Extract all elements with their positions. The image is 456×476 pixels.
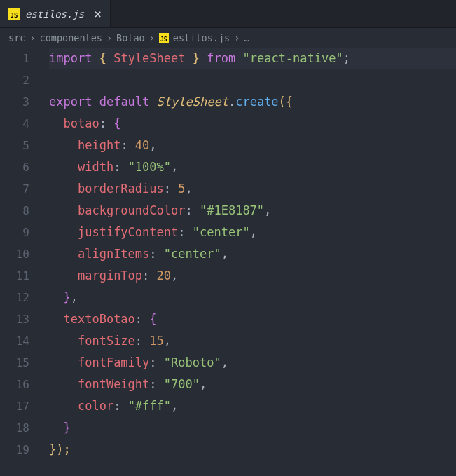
- line-number: 18: [0, 417, 29, 439]
- line-number: 1: [0, 48, 29, 69]
- code-line[interactable]: import { StyleSheet } from "react-native…: [49, 48, 456, 69]
- line-number: 17: [0, 395, 29, 417]
- breadcrumb-item[interactable]: src: [8, 32, 25, 43]
- code-line[interactable]: fontSize: 15,: [49, 330, 456, 352]
- tab-estilos-js[interactable]: JS estilos.js ×: [0, 0, 111, 27]
- chevron-right-icon: ›: [149, 32, 155, 43]
- chevron-right-icon: ›: [106, 32, 112, 43]
- code-line[interactable]: fontFamily: "Roboto",: [49, 352, 456, 374]
- code-line[interactable]: textoBotao: {: [49, 308, 456, 330]
- chevron-right-icon: ›: [29, 32, 35, 43]
- code-line[interactable]: color: "#fff",: [49, 395, 456, 417]
- line-number: 9: [0, 222, 29, 243]
- line-number: 10: [0, 243, 29, 265]
- breadcrumb-item[interactable]: Botao: [116, 32, 145, 43]
- code-line[interactable]: }: [49, 417, 456, 439]
- code-line[interactable]: borderRadius: 5,: [49, 178, 456, 200]
- code-line[interactable]: alignItems: "center",: [49, 243, 456, 265]
- line-number: 16: [0, 374, 29, 395]
- code-line[interactable]: height: 40,: [49, 135, 456, 156]
- line-number: 19: [0, 439, 29, 461]
- line-number-gutter: 1 2 3 4 5 6 7 8 9 10 11 12 13 14 15 16 1…: [0, 48, 49, 461]
- line-number: 15: [0, 352, 29, 374]
- line-number: 2: [0, 69, 29, 91]
- code-line[interactable]: botao: {: [49, 113, 456, 135]
- line-number: 11: [0, 265, 29, 287]
- line-number: 4: [0, 113, 29, 135]
- code-line[interactable]: export default StyleSheet.create({: [49, 91, 456, 113]
- line-number: 12: [0, 287, 29, 308]
- code-line[interactable]: width: "100%",: [49, 156, 456, 178]
- code-line[interactable]: });: [49, 439, 456, 461]
- code-content[interactable]: import { StyleSheet } from "react-native…: [49, 48, 456, 461]
- breadcrumb-file[interactable]: estilos.js: [173, 32, 230, 43]
- code-editor[interactable]: 1 2 3 4 5 6 7 8 9 10 11 12 13 14 15 16 1…: [0, 48, 456, 461]
- code-line[interactable]: },: [49, 287, 456, 308]
- breadcrumb: src › componentes › Botao › JS estilos.j…: [0, 28, 456, 48]
- code-line[interactable]: marginTop: 20,: [49, 265, 456, 287]
- code-line[interactable]: justifyContent: "center",: [49, 222, 456, 243]
- tab-bar: JS estilos.js ×: [0, 0, 456, 28]
- line-number: 6: [0, 156, 29, 178]
- chevron-right-icon: ›: [234, 32, 240, 43]
- breadcrumb-item[interactable]: componentes: [40, 32, 102, 43]
- code-line[interactable]: [49, 69, 456, 91]
- breadcrumb-ellipsis[interactable]: …: [244, 32, 249, 43]
- js-file-icon: JS: [8, 8, 20, 20]
- code-line[interactable]: fontWeight: "700",: [49, 374, 456, 395]
- code-line[interactable]: backgroundColor: "#1E8187",: [49, 200, 456, 222]
- line-number: 3: [0, 91, 29, 113]
- line-number: 13: [0, 308, 29, 330]
- line-number: 7: [0, 178, 29, 200]
- line-number: 8: [0, 200, 29, 222]
- line-number: 14: [0, 330, 29, 352]
- tab-label: estilos.js: [25, 8, 84, 20]
- close-icon[interactable]: ×: [94, 6, 102, 21]
- js-file-icon: JS: [159, 33, 169, 43]
- line-number: 5: [0, 135, 29, 156]
